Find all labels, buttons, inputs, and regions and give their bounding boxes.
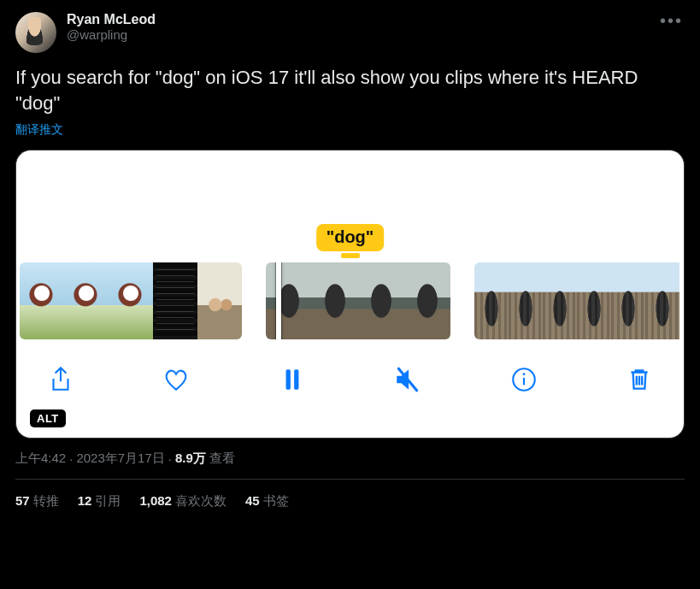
thumbnail: [474, 262, 509, 339]
trash-icon[interactable]: [622, 362, 656, 397]
view-label: 查看: [209, 451, 235, 467]
playhead[interactable]: [276, 262, 281, 339]
tweet-text: If you search for "dog" on iOS 17 it'll …: [15, 65, 685, 115]
user-handle[interactable]: @warpling: [67, 27, 156, 42]
svg-rect-0: [285, 370, 290, 390]
thumbnail: [358, 262, 404, 339]
share-icon[interactable]: [44, 362, 78, 397]
likes[interactable]: 1,082喜欢次数: [139, 493, 226, 509]
tweet-date[interactable]: 2023年7月17日: [76, 451, 164, 467]
clip-timeline: [16, 260, 684, 342]
view-count: 8.9万: [175, 451, 206, 467]
display-name[interactable]: Ryan McLeod: [67, 12, 156, 27]
thumbnail: [543, 262, 577, 339]
svg-rect-1: [294, 370, 298, 390]
thumbnail: [577, 262, 611, 339]
thumbnail: [509, 262, 543, 339]
clip-group-2: [266, 262, 450, 339]
thumbnail: [153, 262, 197, 339]
thumbnail: [20, 262, 64, 339]
user-line: Ryan McLeod @warpling: [67, 12, 156, 42]
thumbnail: [645, 262, 679, 339]
heart-icon[interactable]: [159, 362, 193, 397]
avatar[interactable]: [15, 12, 56, 53]
thumbnail: [64, 262, 109, 339]
thumbnail: [109, 262, 153, 339]
clip-group-1: [20, 262, 242, 339]
meta-separator: ·: [69, 451, 73, 466]
media-attachment[interactable]: "dog": [15, 150, 685, 439]
svg-point-3: [522, 374, 525, 376]
thumbnail: [197, 262, 242, 339]
caption-marker: [341, 253, 360, 258]
retweets[interactable]: 57转推: [15, 493, 59, 509]
tweet-header: Ryan McLeod @warpling •••: [15, 12, 685, 53]
clip-group-3: [474, 262, 685, 339]
tweet-time[interactable]: 上午4:42: [15, 451, 66, 467]
mute-icon[interactable]: [391, 362, 425, 397]
meta-separator: ·: [168, 451, 172, 466]
more-icon[interactable]: •••: [660, 12, 683, 29]
thumbnail: [611, 262, 645, 339]
alt-badge[interactable]: ALT: [30, 409, 66, 427]
info-icon[interactable]: [507, 362, 541, 397]
thumbnail: [312, 262, 358, 339]
bookmarks[interactable]: 45书签: [245, 493, 289, 509]
tweet-container: Ryan McLeod @warpling ••• If you search …: [0, 0, 700, 509]
quotes[interactable]: 12引用: [78, 493, 121, 509]
caption-tooltip: "dog": [316, 224, 385, 251]
tweet-meta: 上午4:42 · 2023年7月17日 · 8.9万 查看: [15, 451, 685, 467]
thumbnail: [404, 262, 450, 339]
translate-link[interactable]: 翻译推文: [15, 122, 685, 138]
media-toolbar: [16, 354, 684, 405]
tweet-stats: 57转推 12引用 1,082喜欢次数 45书签: [15, 480, 685, 509]
pause-icon[interactable]: [275, 362, 309, 397]
thumbnail: [266, 262, 312, 339]
